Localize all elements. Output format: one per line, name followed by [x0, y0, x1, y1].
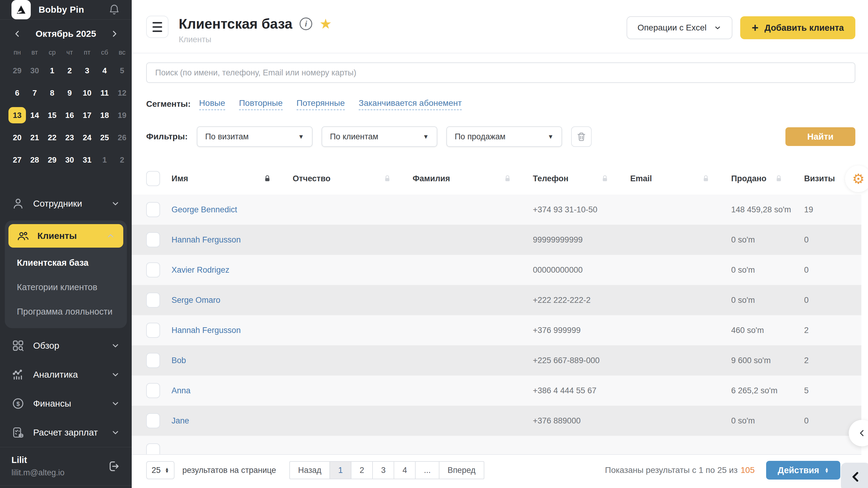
- calendar-day[interactable]: 4: [96, 62, 113, 79]
- calendar-day[interactable]: 8: [43, 85, 61, 101]
- calendar-day[interactable]: 31: [79, 152, 96, 168]
- calendar-next-icon[interactable]: [110, 29, 119, 38]
- client-name-link[interactable]: Anna: [172, 386, 293, 395]
- row-checkbox[interactable]: [146, 323, 160, 338]
- find-button[interactable]: Найти: [785, 127, 855, 146]
- row-checkbox[interactable]: [146, 232, 160, 247]
- filter-select[interactable]: По клиентам▼: [321, 126, 437, 147]
- calendar-day[interactable]: 24: [79, 130, 96, 146]
- filter-select[interactable]: По визитам▼: [197, 126, 313, 147]
- page-size-select[interactable]: 25 ▲▼: [146, 461, 175, 479]
- calendar-day[interactable]: 30: [26, 62, 43, 79]
- lock-icon[interactable]: [775, 174, 783, 183]
- pagination-page-button[interactable]: 3: [372, 461, 394, 479]
- calendar-day[interactable]: 29: [8, 62, 26, 79]
- calendar-day[interactable]: 2: [113, 152, 131, 168]
- calendar-day[interactable]: 25: [96, 130, 113, 146]
- calendar-day[interactable]: 3: [79, 62, 96, 79]
- calendar-day[interactable]: 22: [43, 130, 61, 146]
- actions-button[interactable]: Действия ▲▼: [766, 461, 840, 480]
- column-header[interactable]: Имя: [172, 174, 293, 183]
- row-checkbox[interactable]: [146, 413, 160, 428]
- calendar-day[interactable]: 26: [113, 130, 131, 146]
- segment-link[interactable]: Повторные: [239, 98, 283, 110]
- client-name-link[interactable]: Jane: [172, 416, 293, 426]
- sidebar-item-employees[interactable]: Сотрудники: [0, 189, 132, 218]
- client-name-link[interactable]: Hannah Fergusson: [172, 235, 293, 245]
- calendar-day[interactable]: 28: [26, 152, 43, 168]
- client-name-link[interactable]: Bob: [172, 356, 293, 365]
- info-icon[interactable]: i: [300, 18, 312, 30]
- lock-icon[interactable]: [601, 174, 609, 183]
- calendar-day[interactable]: 23: [61, 130, 79, 146]
- segment-link[interactable]: Потерянные: [297, 98, 345, 110]
- column-header[interactable]: Телефон: [533, 174, 630, 183]
- calendar-day[interactable]: 1: [96, 152, 113, 168]
- calendar-day[interactable]: 7: [26, 85, 43, 101]
- calendar-day[interactable]: 30: [61, 152, 79, 168]
- row-checkbox[interactable]: [146, 262, 160, 278]
- client-name-link[interactable]: Xavier Rodrigez: [172, 265, 293, 275]
- calendar-day[interactable]: 29: [43, 152, 61, 168]
- row-checkbox[interactable]: [146, 383, 160, 398]
- pagination-prev-button[interactable]: Назад: [289, 461, 330, 479]
- calendar-day[interactable]: 16: [61, 107, 79, 123]
- client-name-link[interactable]: Serge Omaro: [172, 295, 293, 305]
- pagination-page-button[interactable]: 1: [330, 461, 351, 479]
- select-all-checkbox[interactable]: [146, 171, 160, 186]
- calendar-day[interactable]: 1: [43, 62, 61, 79]
- calendar-day[interactable]: 27: [8, 152, 26, 168]
- search-input[interactable]: [146, 62, 855, 83]
- add-client-button[interactable]: + Добавить клиента: [740, 16, 855, 39]
- sidebar-item-finance[interactable]: $ Финансы: [0, 389, 132, 418]
- calendar-day[interactable]: 9: [61, 85, 79, 101]
- pagination-next-button[interactable]: Вперед: [439, 461, 484, 479]
- calendar-day[interactable]: 2: [61, 62, 79, 79]
- row-checkbox[interactable]: [146, 443, 160, 454]
- calendar-day[interactable]: 21: [26, 130, 43, 146]
- sidebar-item-overview[interactable]: Обзор: [0, 331, 132, 360]
- logout-icon[interactable]: [106, 459, 120, 473]
- column-header[interactable]: Email: [630, 174, 731, 183]
- lock-icon[interactable]: [263, 174, 272, 183]
- row-checkbox[interactable]: [146, 353, 160, 368]
- pagination-page-button[interactable]: 2: [351, 461, 373, 479]
- calendar-day[interactable]: 14: [26, 107, 43, 123]
- calendar-day[interactable]: 19: [113, 107, 131, 123]
- pagination-page-button[interactable]: 4: [394, 461, 415, 479]
- calendar-day[interactable]: 15: [43, 107, 61, 123]
- calendar-day[interactable]: 18: [96, 107, 113, 123]
- excel-operations-button[interactable]: Операции с Excel: [627, 16, 733, 39]
- sidebar-item-loyalty-program[interactable]: Программа лояльности: [17, 299, 115, 324]
- calendar-day[interactable]: 11: [96, 85, 113, 101]
- segment-link[interactable]: Новые: [199, 98, 225, 110]
- client-name-link[interactable]: George Bennedict: [172, 205, 293, 214]
- sidebar-item-client-categories[interactable]: Категории клиентов: [17, 275, 115, 299]
- calendar-day[interactable]: 5: [113, 62, 131, 79]
- calendar-day[interactable]: 6: [8, 85, 26, 101]
- calendar-day-selected[interactable]: 13: [8, 107, 26, 123]
- lock-icon[interactable]: [702, 174, 710, 183]
- calendar-day[interactable]: 20: [8, 130, 26, 146]
- bell-icon[interactable]: [108, 4, 120, 16]
- calendar-day[interactable]: 17: [79, 107, 96, 123]
- column-header[interactable]: Отчество: [293, 174, 412, 183]
- calendar-day[interactable]: 12: [113, 85, 131, 101]
- calendar-prev-icon[interactable]: [13, 29, 22, 38]
- lock-icon[interactable]: [383, 174, 392, 183]
- clear-filters-button[interactable]: [571, 126, 592, 147]
- sidebar-item-client-base[interactable]: Клиентская база: [17, 251, 115, 275]
- column-header[interactable]: Фамилия: [412, 174, 533, 183]
- sidebar-item-payroll[interactable]: Расчет зарплат: [0, 418, 132, 447]
- segment-link[interactable]: Заканчивается абонемент: [359, 98, 462, 110]
- favorite-star-icon[interactable]: ★: [319, 17, 332, 31]
- sidebar-item-clients[interactable]: Клиенты: [8, 224, 123, 248]
- calendar-day[interactable]: 10: [79, 85, 96, 101]
- sidebar-item-analytics[interactable]: Аналитика: [0, 360, 132, 389]
- row-checkbox[interactable]: [146, 292, 160, 308]
- row-checkbox[interactable]: [146, 202, 160, 217]
- collapse-sidebar-button[interactable]: [841, 463, 868, 488]
- hamburger-menu-button[interactable]: [146, 16, 168, 38]
- column-header[interactable]: Продано: [731, 174, 804, 183]
- filter-select[interactable]: По продажам▼: [446, 126, 562, 147]
